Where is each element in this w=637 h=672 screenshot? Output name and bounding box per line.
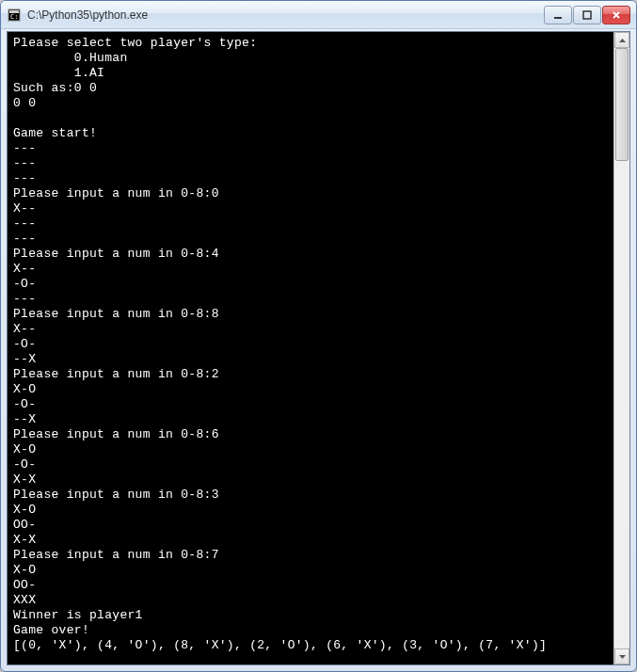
scroll-down-button[interactable] <box>614 648 629 664</box>
svg-text:C:: C: <box>10 13 18 21</box>
titlebar[interactable]: C: C:\Python35\python.exe <box>1 1 636 29</box>
app-window: C: C:\Python35\python.exe Please select … <box>0 0 637 672</box>
minimize-button[interactable] <box>544 6 572 24</box>
scroll-track[interactable] <box>614 48 629 648</box>
svg-rect-4 <box>583 11 591 19</box>
window-controls <box>544 6 630 24</box>
scroll-up-button[interactable] <box>614 32 629 48</box>
close-button[interactable] <box>602 6 630 24</box>
client-area: Please select two player's type: 0.Human… <box>7 31 630 665</box>
window-title: C:\Python35\python.exe <box>27 8 544 22</box>
scroll-thumb[interactable] <box>615 48 629 161</box>
console-output[interactable]: Please select two player's type: 0.Human… <box>8 32 613 664</box>
maximize-button[interactable] <box>573 6 601 24</box>
svg-rect-3 <box>554 17 562 19</box>
vertical-scrollbar[interactable] <box>613 32 629 664</box>
app-icon: C: <box>7 8 22 23</box>
